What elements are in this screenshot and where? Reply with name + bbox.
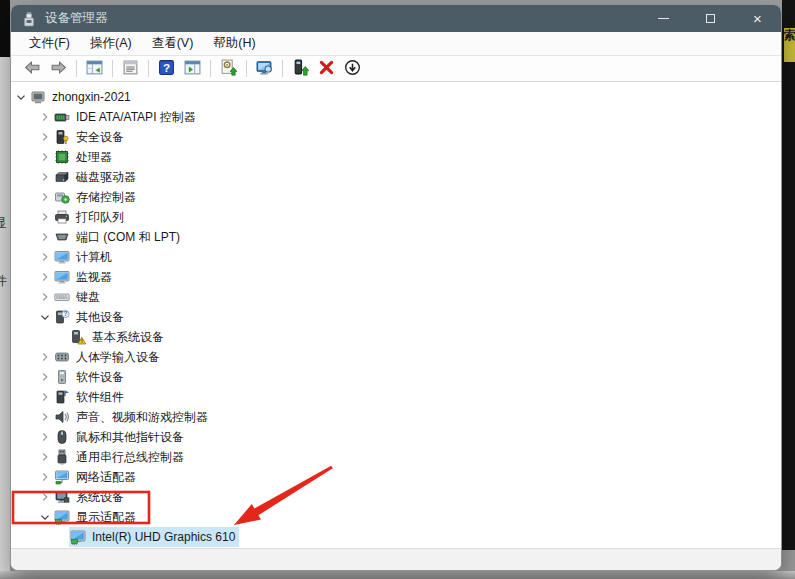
menu-file[interactable]: 文件(F): [19, 32, 80, 55]
tree-item-ide-ata-atapi[interactable]: IDE ATA/ATAPI 控制器: [11, 107, 781, 127]
row-content[interactable]: 处理器: [53, 147, 116, 167]
row-content[interactable]: 显示适配器: [53, 507, 140, 527]
tree-item-keyboards[interactable]: 键盘: [11, 287, 781, 307]
tree-item-storage-controllers[interactable]: 存储控制器: [11, 187, 781, 207]
chevron-right-icon[interactable]: [37, 429, 53, 445]
tree-item-mice-pointing[interactable]: 鼠标和其他指针设备: [11, 427, 781, 447]
menu-view[interactable]: 查看(V): [142, 32, 204, 55]
computer-view-button[interactable]: [253, 58, 276, 80]
tree-item-software-components[interactable]: 软件组件: [11, 387, 781, 407]
chevron-right-icon[interactable]: [37, 149, 53, 165]
chevron-right-icon[interactable]: [37, 349, 53, 365]
tree-item-other-devices[interactable]: ?其他设备: [11, 307, 781, 327]
row-content[interactable]: !基本系统设备: [69, 327, 168, 347]
row-content[interactable]: 端口 (COM 和 LPT): [53, 227, 184, 247]
tree-item-label: 软件组件: [76, 388, 124, 406]
tree-item-display-adapters[interactable]: 显示适配器: [11, 507, 781, 527]
properties-button[interactable]: [119, 58, 142, 80]
monitor-icon: [54, 249, 71, 266]
row-content[interactable]: 通用串行总线控制器: [53, 447, 188, 467]
row-content[interactable]: 监视器: [53, 267, 116, 287]
row-content[interactable]: 网络适配器: [53, 467, 140, 487]
chevron-right-icon[interactable]: [37, 189, 53, 205]
chevron-right-icon[interactable]: [37, 169, 53, 185]
tree-item-computer[interactable]: 计算机: [11, 247, 781, 267]
row-content[interactable]: IDE ATA/ATAPI 控制器: [53, 107, 200, 127]
row-content[interactable]: 系统设备: [53, 487, 128, 507]
action-pane-button[interactable]: [181, 58, 204, 80]
row-content[interactable]: 软件设备: [53, 367, 128, 387]
tree-item-processors[interactable]: 处理器: [11, 147, 781, 167]
monitor-icon: [54, 269, 71, 286]
chevron-right-icon[interactable]: [37, 369, 53, 385]
maximize-button[interactable]: [687, 5, 734, 32]
row-content[interactable]: 存储控制器: [53, 187, 140, 207]
row-content[interactable]: 计算机: [53, 247, 116, 267]
chevron-right-icon[interactable]: [37, 409, 53, 425]
tree-item-ports-com-lpt[interactable]: 端口 (COM 和 LPT): [11, 227, 781, 247]
close-button[interactable]: ×: [734, 5, 781, 32]
row-content[interactable]: 软件组件: [53, 387, 128, 407]
device-tree: zhongxin-2021IDE ATA/ATAPI 控制器安全设备处理器磁盘驱…: [11, 82, 781, 548]
mouse-icon: [54, 429, 71, 446]
tree-item-label: 基本系统设备: [92, 328, 164, 346]
minimize-button[interactable]: [640, 5, 687, 32]
menu-action[interactable]: 操作(A): [80, 32, 142, 55]
tree-item-print-queues[interactable]: 打印队列: [11, 207, 781, 227]
tree-item-label: 声音、视频和游戏控制器: [76, 408, 208, 426]
chevron-down-icon[interactable]: [37, 509, 53, 525]
forward-button[interactable]: [47, 58, 70, 80]
chevron-right-icon[interactable]: [37, 109, 53, 125]
tree-item-security-devices[interactable]: 安全设备: [11, 127, 781, 147]
update-driver-button[interactable]: [289, 58, 312, 80]
row-content[interactable]: 鼠标和其他指针设备: [53, 427, 188, 447]
row-content[interactable]: 磁盘驱动器: [53, 167, 140, 187]
tree-item-sound-video-game[interactable]: 声音、视频和游戏控制器: [11, 407, 781, 427]
chevron-right-icon[interactable]: [37, 489, 53, 505]
show-console-tree-button[interactable]: [83, 58, 106, 80]
chevron-right-icon[interactable]: [37, 249, 53, 265]
disable-device-button[interactable]: [341, 58, 364, 80]
tree-item-computer-root[interactable]: zhongxin-2021: [11, 87, 781, 107]
menu-help[interactable]: 帮助(H): [203, 32, 265, 55]
chevron-right-icon[interactable]: [37, 389, 53, 405]
window-controls: ×: [640, 5, 781, 32]
row-content[interactable]: 安全设备: [53, 127, 128, 147]
tree-item-monitors[interactable]: 监视器: [11, 267, 781, 287]
help-button[interactable]: ?: [155, 58, 178, 80]
tree-item-network-adapters[interactable]: 网络适配器: [11, 467, 781, 487]
tree-item-intel-uhd-610[interactable]: Intel(R) UHD Graphics 610: [11, 527, 781, 547]
chevron-down-icon[interactable]: [37, 309, 53, 325]
minimize-icon: [658, 18, 669, 20]
chevron-right-icon[interactable]: [37, 129, 53, 145]
chevron-right-icon[interactable]: [37, 269, 53, 285]
chevron-right-icon[interactable]: [37, 449, 53, 465]
chevron-right-icon[interactable]: [37, 209, 53, 225]
software-component-icon: [54, 389, 71, 406]
network-adapter-icon: [54, 469, 71, 486]
scan-hardware-changes-button[interactable]: [217, 58, 240, 80]
chevron-placeholder: [53, 529, 69, 545]
row-content[interactable]: 人体学输入设备: [53, 347, 164, 367]
row-content[interactable]: 键盘: [53, 287, 104, 307]
update-driver-icon: [292, 59, 309, 79]
row-content[interactable]: ?其他设备: [53, 307, 128, 327]
tree-item-disk-drives[interactable]: 磁盘驱动器: [11, 167, 781, 187]
chevron-right-icon[interactable]: [37, 469, 53, 485]
tree-item-hid-devices[interactable]: 人体学输入设备: [11, 347, 781, 367]
selected-row-content[interactable]: Intel(R) UHD Graphics 610: [69, 527, 239, 547]
row-content[interactable]: zhongxin-2021: [29, 87, 135, 107]
chevron-right-icon[interactable]: [37, 229, 53, 245]
tree-item-software-devices[interactable]: 软件设备: [11, 367, 781, 387]
tree-item-system-devices[interactable]: 系统设备: [11, 487, 781, 507]
chevron-down-icon[interactable]: [13, 89, 29, 105]
row-content[interactable]: 声音、视频和游戏控制器: [53, 407, 212, 427]
titlebar[interactable]: 设备管理器 ×: [11, 5, 781, 32]
back-button[interactable]: [21, 58, 44, 80]
desktop-icon-text-fragment: 件: [0, 272, 7, 290]
row-content[interactable]: 打印队列: [53, 207, 128, 227]
tree-item-base-system-device[interactable]: !基本系统设备: [11, 327, 781, 347]
tree-item-usb-controllers[interactable]: 通用串行总线控制器: [11, 447, 781, 467]
uninstall-device-button[interactable]: [315, 58, 338, 80]
chevron-right-icon[interactable]: [37, 289, 53, 305]
